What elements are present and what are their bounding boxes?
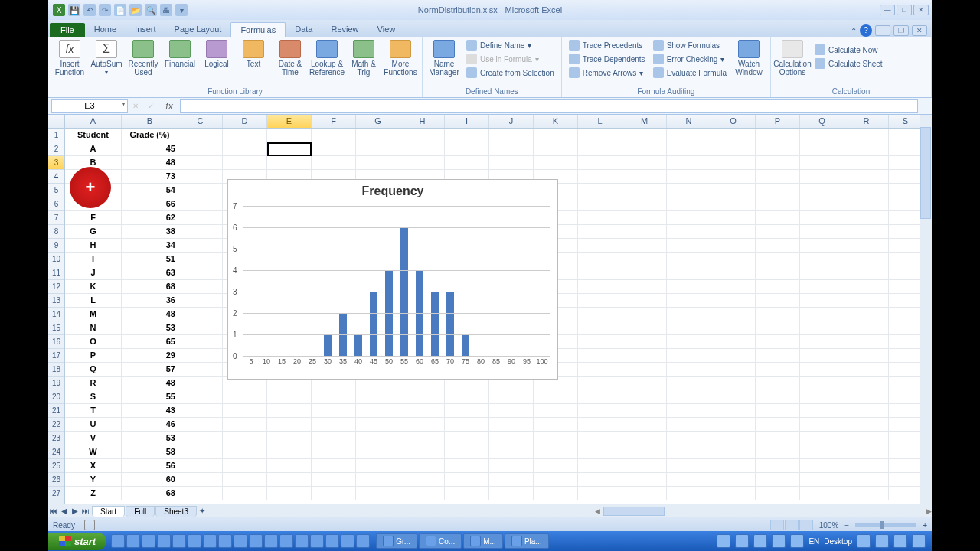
cell-N8[interactable] (667, 225, 711, 239)
cell-C18[interactable] (178, 363, 223, 377)
cell-N13[interactable] (667, 294, 711, 308)
zoom-in-button[interactable]: + (923, 521, 927, 530)
cell-S19[interactable] (889, 377, 923, 390)
error-checking-button[interactable]: Error Checking ▾ (651, 52, 729, 66)
cell-R17[interactable] (844, 349, 889, 363)
row-header-26[interactable]: 26 (48, 473, 64, 487)
cell-Q18[interactable] (800, 363, 844, 377)
cell-B11[interactable]: 63 (122, 266, 178, 280)
cell-H26[interactable] (400, 473, 445, 487)
cell-B3[interactable]: 48 (122, 156, 178, 170)
cell-S7[interactable] (889, 211, 923, 225)
cell-O11[interactable] (711, 266, 756, 280)
cell-P13[interactable] (756, 294, 800, 308)
cell-S3[interactable] (889, 156, 923, 170)
tray-icon-2[interactable] (735, 534, 749, 548)
insert-function-button[interactable]: fxInsert Function (53, 38, 87, 77)
redo-icon[interactable]: ↷ (99, 4, 111, 16)
row-header-6[interactable]: 6 (48, 197, 64, 211)
cell-Q7[interactable] (800, 211, 844, 225)
cell-M6[interactable] (622, 197, 667, 211)
cell-I20[interactable] (445, 390, 489, 404)
cell-R12[interactable] (844, 280, 889, 294)
cell-M13[interactable] (622, 294, 667, 308)
chart-bar[interactable] (354, 334, 362, 356)
cell-Q24[interactable] (800, 445, 844, 459)
tray-icon-3[interactable] (753, 534, 767, 548)
cell-Q26[interactable] (800, 473, 844, 487)
cell-H22[interactable] (400, 418, 445, 432)
cell-D23[interactable] (223, 432, 267, 445)
cell-E24[interactable] (267, 445, 312, 459)
cell-C20[interactable] (178, 390, 223, 404)
cell-B20[interactable]: 55 (122, 390, 178, 404)
cell-D2[interactable] (223, 142, 267, 156)
column-header-I[interactable]: I (445, 115, 489, 128)
cell-S6[interactable] (889, 197, 923, 211)
workbook-restore-button[interactable]: ❐ (893, 25, 909, 36)
cell-Q23[interactable] (800, 432, 844, 445)
financial-button[interactable]: Financial (163, 38, 197, 68)
cell-P3[interactable] (756, 156, 800, 170)
cell-S14[interactable] (889, 308, 923, 321)
column-header-Q[interactable]: Q (800, 115, 844, 128)
cell-J26[interactable] (489, 473, 534, 487)
cell-M24[interactable] (622, 445, 667, 459)
calculate-now-button[interactable]: Calculate Now (812, 43, 885, 57)
cell-A15[interactable]: N (65, 321, 122, 335)
row-header-17[interactable]: 17 (48, 349, 64, 363)
ql-icon-11[interactable] (264, 534, 278, 548)
cell-B25[interactable]: 56 (122, 459, 178, 473)
cell-L15[interactable] (578, 321, 622, 335)
cell-Q11[interactable] (800, 266, 844, 280)
row-header-13[interactable]: 13 (48, 294, 64, 308)
watch-window-button[interactable]: Watch Window (732, 38, 766, 77)
tab-home[interactable]: Home (85, 22, 126, 37)
cell-B8[interactable]: 38 (122, 225, 178, 239)
cell-D20[interactable] (223, 390, 267, 404)
cell-S1[interactable] (889, 129, 923, 142)
cell-P25[interactable] (756, 459, 800, 473)
recently-used-button[interactable]: Recently Used (126, 38, 160, 77)
cell-L27[interactable] (578, 487, 622, 500)
cell-C26[interactable] (178, 473, 223, 487)
cell-B6[interactable]: 66 (122, 197, 178, 211)
workbook-minimize-button[interactable]: — (875, 25, 890, 36)
cell-R11[interactable] (844, 266, 889, 280)
cell-B9[interactable]: 34 (122, 239, 178, 253)
open-icon[interactable]: 📂 (129, 4, 142, 16)
row-header-7[interactable]: 7 (48, 211, 64, 225)
cell-Q12[interactable] (800, 280, 844, 294)
cell-B22[interactable]: 46 (122, 418, 178, 432)
cell-L18[interactable] (578, 363, 622, 377)
cell-L16[interactable] (578, 335, 622, 349)
trace-dependents-button[interactable]: Trace Dependents (567, 52, 648, 66)
zoom-level[interactable]: 100% (819, 521, 839, 530)
cell-L2[interactable] (578, 142, 622, 156)
cell-E22[interactable] (267, 418, 312, 432)
row-header-10[interactable]: 10 (48, 253, 64, 266)
sheet-nav-prev[interactable]: ◀ (59, 507, 70, 515)
horizontal-scrollbar[interactable]: ◀ ▶ (595, 506, 932, 517)
row-header-21[interactable]: 21 (48, 404, 64, 418)
cell-R1[interactable] (844, 129, 889, 142)
cell-E1[interactable] (267, 129, 312, 142)
math-trig-button[interactable]: Math & Trig (347, 38, 381, 77)
cell-F1[interactable] (312, 129, 356, 142)
cell-A10[interactable]: I (65, 253, 122, 266)
cell-Q15[interactable] (800, 321, 844, 335)
cell-A16[interactable]: O (65, 335, 122, 349)
cell-B13[interactable]: 36 (122, 294, 178, 308)
sheet-tab-sheet3[interactable]: Sheet3 (155, 506, 197, 517)
cell-P15[interactable] (756, 321, 800, 335)
cell-L11[interactable] (578, 266, 622, 280)
cell-I3[interactable] (445, 156, 489, 170)
ql-icon-8[interactable] (218, 534, 232, 548)
vertical-scrollbar-thumb[interactable] (920, 127, 931, 219)
cell-N17[interactable] (667, 349, 711, 363)
cell-N18[interactable] (667, 363, 711, 377)
cell-M4[interactable] (622, 170, 667, 184)
cell-Q21[interactable] (800, 404, 844, 418)
cell-S23[interactable] (889, 432, 923, 445)
cell-G2[interactable] (356, 142, 400, 156)
